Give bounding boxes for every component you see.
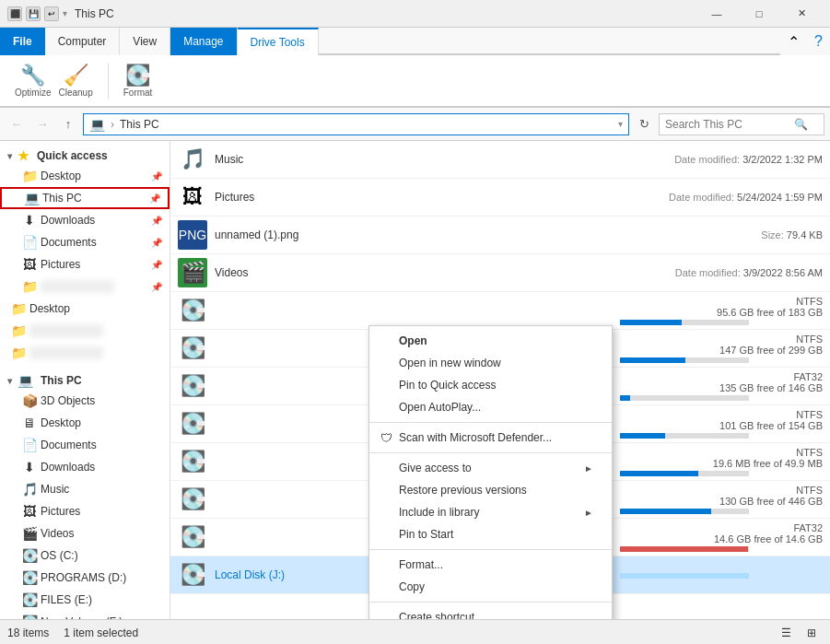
ctx-include-library[interactable]: Include in library ► — [369, 501, 612, 523]
sidebar-item-this-pc[interactable]: 💻 This PC 📌 — [0, 187, 170, 209]
refresh-button[interactable]: ↻ — [633, 113, 655, 135]
address-input[interactable]: 💻 › This PC ▾ — [83, 113, 629, 135]
quick-access-icon[interactable]: ⬛ — [7, 6, 22, 21]
sidebar-item-downloads-2[interactable]: ⬇ Downloads — [0, 456, 170, 478]
drive-j-bar-container — [620, 573, 823, 579]
ctx-format[interactable]: Format... — [369, 554, 612, 576]
ctx-give-access[interactable]: Give access to ► — [369, 457, 612, 479]
close-button[interactable]: ✕ — [780, 0, 823, 28]
search-box[interactable]: 🔍 — [659, 113, 824, 135]
item-music[interactable]: 🎵 Music Date modified: 3/2/2022 1:32 PM — [170, 141, 830, 179]
drive-1-bar-container — [620, 320, 823, 325]
search-icon: 🔍 — [794, 118, 808, 131]
tab-view[interactable]: View — [120, 28, 170, 55]
drive-7-bar — [620, 546, 749, 552]
ctx-sep-2 — [369, 452, 612, 453]
tab-drive-tools[interactable]: Drive Tools — [238, 28, 319, 55]
sidebar-item-blurred-1[interactable]: 📁 📌 — [0, 275, 170, 298]
ctx-open-autoplay[interactable]: Open AutoPlay... — [369, 396, 612, 418]
up-button[interactable]: ↑ — [57, 113, 79, 135]
sidebar-item-pictures[interactable]: 🖼 Pictures 📌 — [0, 253, 170, 275]
ctx-sep-3 — [369, 549, 612, 550]
item-unnamed-png[interactable]: PNG unnamed (1).png Size: 79.4 KB — [170, 217, 830, 254]
view-details-btn[interactable]: ☰ — [775, 622, 797, 644]
meta-value-pictures: 5/24/2024 1:59 PM — [737, 192, 823, 203]
sidebar-item-os-c[interactable]: 💽 OS (C:) — [0, 544, 170, 567]
sidebar-item-pictures-2[interactable]: 🖼 Pictures — [0, 500, 170, 522]
sidebar-item-desktop-2[interactable]: 📁 Desktop — [0, 298, 170, 320]
sidebar-section-this-pc[interactable]: ▾ 💻 This PC — [0, 369, 170, 390]
drive-6-icon: 💽 — [178, 485, 207, 514]
sidebar-item-3d-objects[interactable]: 📦 3D Objects — [0, 390, 170, 412]
sidebar-label-documents-2: Documents — [41, 439, 97, 451]
item-name-music: Music — [215, 153, 620, 166]
tab-manage[interactable]: Manage — [170, 28, 237, 55]
ribbon-collapse-btn[interactable]: ⌃ — [780, 28, 807, 55]
drive-7-fill — [620, 546, 748, 552]
view-large-icons-btn[interactable]: ⊞ — [801, 622, 823, 644]
save-icon[interactable]: 💾 — [26, 6, 41, 21]
sidebar-item-blurred-2[interactable]: 📁 — [0, 320, 170, 342]
drive-6-fill — [620, 509, 711, 514]
sidebar-label-this-pc: This PC — [42, 192, 82, 205]
tab-computer[interactable]: Computer — [45, 28, 121, 55]
ribbon-format-btn[interactable]: 💽 Format — [123, 64, 153, 98]
drive-5-free: 19.6 MB free of 49.9 MB — [620, 458, 823, 469]
sidebar-item-documents-2[interactable]: 📄 Documents — [0, 434, 170, 456]
item-pictures[interactable]: 🖼 Pictures Date modified: 5/24/2024 1:59… — [170, 179, 830, 217]
expand-arrow-2: ▾ — [7, 376, 12, 386]
meta-value-png: 79.4 KB — [787, 229, 823, 240]
ctx-pin-start[interactable]: Pin to Start — [369, 523, 612, 545]
ctx-create-shortcut[interactable]: Create shortcut — [369, 606, 612, 619]
png-file-icon: PNG — [178, 220, 207, 250]
sidebar-item-programs-d[interactable]: 💽 PROGRAMS (D:) — [0, 567, 170, 589]
sidebar-item-files-e[interactable]: 💽 FILES (E:) — [0, 589, 170, 611]
ctx-pin-quick-access[interactable]: Pin to Quick access — [369, 374, 612, 396]
sidebar-item-documents[interactable]: 📄 Documents 📌 — [0, 231, 170, 253]
ribbon-optimize-btn[interactable]: 🔧 Optimize — [15, 64, 51, 98]
ctx-open[interactable]: Open — [369, 330, 612, 352]
sidebar-item-desktop-3[interactable]: 🖥 Desktop — [0, 412, 170, 434]
sidebar-item-videos[interactable]: 🎬 Videos — [0, 522, 170, 544]
forward-button[interactable]: → — [31, 113, 53, 135]
maximize-button[interactable]: □ — [738, 0, 780, 28]
videos-icon: 🎬 — [22, 526, 37, 541]
help-btn[interactable]: ? — [807, 28, 830, 55]
3d-icon: 📦 — [22, 393, 37, 408]
meta-label-pictures: Date modified: — [669, 192, 737, 203]
sidebar-section-quick-access[interactable]: ▾ ★ Quick access — [0, 145, 170, 165]
item-videos[interactable]: 🎬 Videos Date modified: 3/9/2022 8:56 AM — [170, 254, 830, 292]
ctx-scan-defender[interactable]: 🛡 Scan with Microsoft Defender... — [369, 427, 612, 449]
blurred-icon-1: 📁 — [22, 279, 37, 294]
tab-file[interactable]: File — [0, 28, 45, 55]
drive-5-fill — [620, 471, 698, 476]
sidebar-item-music[interactable]: 🎵 Music — [0, 478, 170, 500]
sidebar-item-desktop[interactable]: 📁 Desktop 📌 — [0, 165, 170, 187]
back-button[interactable]: ← — [6, 113, 28, 135]
minimize-button[interactable]: — — [696, 0, 738, 28]
dropdown-arrow[interactable]: ▾ — [63, 8, 67, 18]
drive-4-bar — [620, 433, 749, 439]
drive-4-bar-container — [620, 433, 823, 439]
sidebar-item-blurred-3[interactable]: 📁 — [0, 342, 170, 364]
ribbon-content: 🔧 Optimize 🧹 Cleanup 💽 Format — [0, 55, 830, 107]
ctx-restore-versions[interactable]: Restore previous versions — [369, 479, 612, 501]
meta-value-videos: 3/9/2022 8:56 AM — [743, 267, 823, 278]
ctx-open-new-window[interactable]: Open in new window — [369, 352, 612, 374]
drive-5-bar — [620, 471, 749, 476]
sidebar-label-music: Music — [41, 483, 69, 496]
window-controls[interactable]: — □ ✕ — [696, 0, 823, 28]
ctx-copy[interactable]: Copy — [369, 576, 612, 598]
address-dropdown[interactable]: ▾ — [618, 119, 623, 129]
search-input[interactable] — [665, 118, 794, 131]
drive-7-bar-container — [620, 546, 823, 552]
ctx-label-open-new-window: Open in new window — [399, 357, 501, 369]
meta-label-music: Date modified: — [674, 154, 742, 165]
sidebar-item-downloads[interactable]: ⬇ Downloads 📌 — [0, 209, 170, 231]
ribbon-cleanup-btn[interactable]: 🧹 Cleanup — [58, 64, 92, 98]
sidebar-item-new-volume-f[interactable]: 💽 New Volume (F:) — [0, 611, 170, 619]
item-drive-1[interactable]: 💽 NTFS 95.6 GB free of 183 GB — [170, 292, 830, 330]
drive-2-icon: 💽 — [178, 334, 207, 363]
undo-icon[interactable]: ↩ — [44, 6, 59, 21]
address-path: This PC — [120, 118, 159, 131]
